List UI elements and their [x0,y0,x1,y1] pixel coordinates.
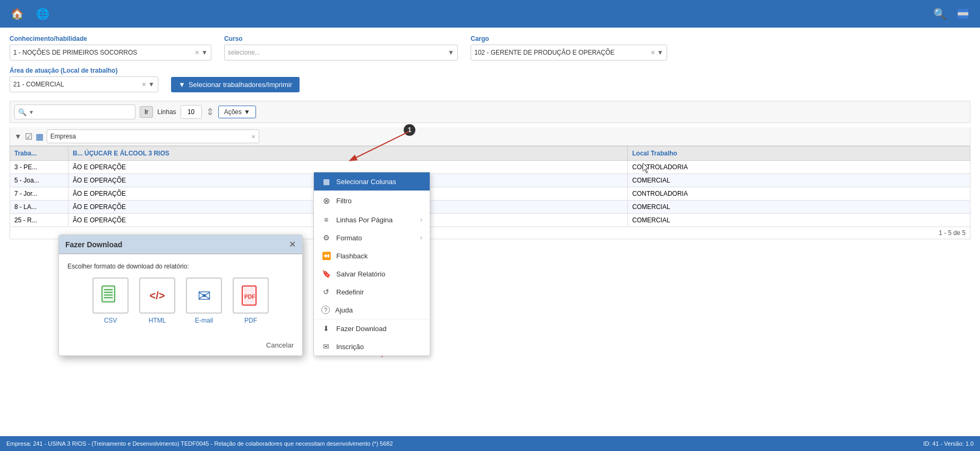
modal-close-button[interactable]: ✕ [289,239,296,249]
redefinir-label: Redefinir [336,288,364,296]
search-box[interactable]: 🔍 ▼ [14,105,135,119]
curso-label: Curso [224,35,458,42]
curso-arrow[interactable]: ▼ [448,49,454,56]
linhas-input[interactable] [181,105,202,119]
cargo-value: 102 - GERENTE DE PRODUÇÃO E OPERAÇÕE [474,49,649,56]
cargo-arrow[interactable]: ▼ [657,49,663,56]
acoes-label: Ações [224,108,242,116]
cargo-label: Cargo [471,35,667,42]
actions-dropdown: ▦ Selecionar Colunas ⊗ Filtro ≡ Linhas P… [313,172,430,356]
cell-local-3: CONTROLADORIA [628,187,970,201]
cell-trab-1: 3 - PE... [10,161,69,174]
search-dropdown-arrow[interactable]: ▼ [29,109,34,115]
table-row: 8 - LA... ÃO E OPERAÇÕE COMERCIAL [10,201,970,214]
search-input[interactable] [36,108,132,116]
acoes-button[interactable]: Ações ▼ [218,106,256,118]
dropdown-item-fazer-download[interactable]: ⬇ Fazer Download [314,319,430,337]
svg-rect-7 [104,297,113,298]
formato-label: Formato [336,234,362,242]
conhecimento-select[interactable]: 1 - NOÇÕES DE PRIMEIROS SOCORROS × ▼ [10,45,211,60]
empresa-filter-box[interactable]: Empresa × [47,129,259,143]
home-icon[interactable]: 🏠 [8,5,25,22]
linhas-arrow-icon: › [420,216,422,223]
svg-rect-1 [958,9,968,12]
search-icon-inner: 🔍 [18,108,27,116]
dropdown-item-redefinir[interactable]: ↺ Redefinir [314,283,430,301]
cell-local-2: COMERCIAL [628,174,970,187]
dropdown-item-inscricao[interactable]: ✉ Inscrição [314,337,430,355]
cargo-clear[interactable]: × [651,48,655,57]
curso-value: selecione... [228,49,446,56]
cell-local-4: COMERCIAL [628,201,970,214]
salvar-relatorio-icon: 🔖 [321,270,331,278]
filtro-label: Filtro [336,197,352,205]
svg-rect-5 [104,292,113,293]
dropdown-item-flashback[interactable]: ⏪ Flashback [314,247,430,265]
modal-footer: Cancelar [59,341,302,355]
cell-trab-5: 25 - R... [10,214,69,227]
area-select[interactable]: 21 - COMERCIAL × ▼ [10,76,158,92]
fazer-download-icon: ⬇ [321,324,331,333]
format-icons: CSV </> HTML ✉ E-mail [67,277,294,324]
area-arrow[interactable]: ▼ [148,81,155,88]
dropdown-item-formato[interactable]: ⚙ Formato › [314,229,430,247]
dropdown-item-salvar-relatorio[interactable]: 🔖 Salvar Relatório [314,265,430,283]
th-local[interactable]: Local Trabalho [628,146,970,161]
modal-header: Fazer Download ✕ [59,235,302,254]
linhas-por-pagina-label: Linhas Por Página [336,216,393,224]
check-icon[interactable]: ☑ [25,132,32,142]
svg-text:PDF: PDF [244,294,255,300]
inscricao-label: Inscrição [336,343,364,351]
navbar-right: 🔍 [931,5,972,22]
area-clear[interactable]: × [142,80,146,89]
flag-icon[interactable] [955,5,972,22]
filter-group-cargo: Cargo 102 - GERENTE DE PRODUÇÃO E OPERAÇ… [471,35,667,60]
th-empresa[interactable]: B... ÚÇUCAR E ÁLCOOL 3 RIOS [69,146,628,161]
csv-icon-box [92,277,129,314]
linhas-por-pagina-icon: ≡ [321,215,331,224]
email-format-icon[interactable]: ✉ E-mail [186,277,222,324]
step-1: 1 [404,124,415,136]
filter-icon: ▼ [178,81,185,89]
navbar: 🏠 🌐 🔍 [0,0,980,28]
csv-label: CSV [104,317,117,324]
download-modal: Fazer Download ✕ Escolher formato de dow… [58,235,303,356]
column-icon[interactable]: ▦ [36,132,44,142]
filter-row-1: Conhecimento/habilidade 1 - NOÇÕES DE PR… [10,35,970,60]
ajuda-label: Ajuda [335,306,353,314]
expand-icon[interactable]: ▼ [14,132,22,141]
filter-row-2: Área de atuação (Local de trabalho) 21 -… [10,67,970,92]
cargo-select[interactable]: 102 - GERENTE DE PRODUÇÃO E OPERAÇÕE × ▼ [471,45,667,60]
filter-group-conhecimento: Conhecimento/habilidade 1 - NOÇÕES DE PR… [10,35,211,60]
search-icon[interactable]: 🔍 [931,5,948,22]
globe-icon[interactable]: 🌐 [34,5,51,22]
html-format-icon[interactable]: </> HTML [139,277,175,324]
toolbar-row: 🔍 ▼ Ir Linhas ⇕ Ações ▼ [10,101,970,123]
ir-button[interactable]: Ir [140,106,153,118]
area-label: Área de atuação (Local de trabalho) [10,67,158,74]
table-row: 3 - PE... ÃO E OPERAÇÕE CONTROLADORIA [10,161,970,174]
inscricao-icon: ✉ [321,342,331,351]
selecionar-colunas-icon: ▦ [321,177,331,186]
svg-rect-3 [102,286,115,302]
dropdown-item-filtro[interactable]: ⊗ Filtro [314,191,430,211]
linhas-label: Linhas [157,108,176,116]
flashback-icon: ⏪ [321,251,331,260]
dropdown-item-linhas-por-pagina[interactable]: ≡ Linhas Por Página › [314,211,430,229]
table-area: Traba... B... ÚÇUCAR E ÁLCOOL 3 RIOS Loc… [10,146,970,239]
modal-description: Escolher formato de download do relatóri… [67,263,294,270]
acoes-arrow: ▼ [244,108,250,116]
conhecimento-arrow[interactable]: ▼ [201,49,208,56]
th-trabalhador[interactable]: Traba... [10,146,69,161]
empresa-clear-icon[interactable]: × [251,133,255,141]
email-icon-box: ✉ [186,277,222,314]
pdf-format-icon[interactable]: PDF PDF [233,277,269,324]
selecionar-btn[interactable]: ▼ Selecionar trabalhadores/Imprimir [171,77,300,92]
cancel-button[interactable]: Cancelar [266,341,294,349]
csv-format-icon[interactable]: CSV [92,277,129,324]
linhas-spinner[interactable]: ⇕ [206,106,214,118]
curso-select[interactable]: selecione... ▼ [224,45,458,60]
dropdown-item-selecionar-colunas[interactable]: ▦ Selecionar Colunas [314,172,430,190]
conhecimento-clear[interactable]: × [195,48,199,57]
dropdown-item-ajuda[interactable]: ? Ajuda [314,301,430,319]
